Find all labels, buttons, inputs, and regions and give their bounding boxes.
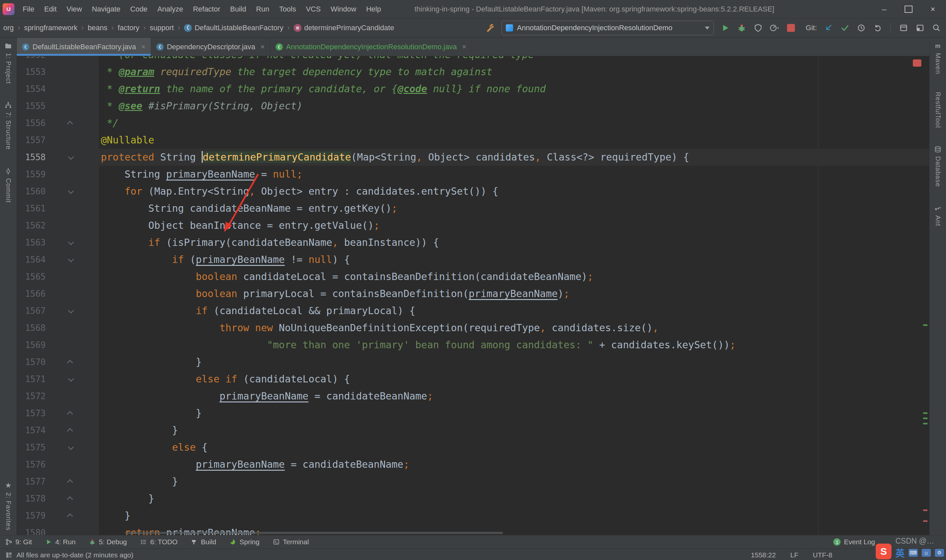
line-number[interactable]: 1561 [17, 200, 46, 217]
code-text[interactable]: primaryBeanName = candidateBeanName; [99, 456, 929, 473]
gutter[interactable]: 1579 [17, 507, 99, 524]
tool-window-button-restfultool[interactable]: RestfulTool [934, 92, 942, 128]
editor-tab[interactable]: CDependencyDescriptor.java× [151, 38, 270, 56]
tool-window-button-maven[interactable]: mMaven [934, 42, 942, 74]
breadcrumb-item[interactable]: support [150, 24, 174, 32]
vcs-change-marker[interactable] [923, 324, 928, 326]
gutter[interactable]: 1577 [17, 473, 99, 490]
fold-marker-icon[interactable] [66, 302, 75, 319]
code-text[interactable]: boolean primaryLocal = containsBeanDefin… [99, 285, 929, 302]
code-line[interactable]: 1578 } [17, 490, 929, 507]
tool-button-spring[interactable]: Spring [229, 538, 259, 546]
code-text[interactable]: String candidateBeanName = entry.getKey(… [99, 200, 929, 217]
inspections-error-badge[interactable] [913, 59, 921, 67]
menu-item-file[interactable]: File [18, 0, 39, 18]
breadcrumb-item[interactable]: springframework [24, 24, 77, 32]
gutter[interactable]: 1574 [17, 422, 99, 439]
code-line[interactable]: 1563 if (isPrimary(candidateBeanName, be… [17, 234, 929, 251]
code-line[interactable]: 1556 */ [17, 115, 929, 132]
tool-window-button-commit[interactable]: Commit [5, 168, 12, 203]
coverage-button[interactable] [753, 23, 763, 33]
code-line[interactable]: 1554 * @return the name of the primary c… [17, 80, 929, 97]
breadcrumb-item[interactable]: mdeterminePrimaryCandidate [294, 24, 394, 32]
gutter[interactable]: 1566 [17, 285, 99, 302]
run-button[interactable] [720, 23, 730, 33]
gutter[interactable]: 1570 [17, 354, 99, 371]
line-number[interactable]: 1576 [17, 456, 46, 473]
gutter[interactable]: 1563 [17, 234, 99, 251]
search-everywhere-icon[interactable] [932, 23, 941, 33]
code-text[interactable]: } [99, 422, 929, 439]
code-line[interactable]: 1572 primaryBeanName = candidateBeanName… [17, 388, 929, 405]
editor-tab[interactable]: CAnnotationDependencyInjectionResolution… [270, 38, 472, 56]
code-line[interactable]: 1575 else { [17, 439, 929, 456]
gutter[interactable]: 1580 [17, 524, 99, 535]
fold-marker-icon[interactable] [66, 439, 75, 456]
code-text[interactable]: "more than one 'primary' bean found amon… [99, 337, 929, 354]
code-line[interactable]: 1568 throw new NoUniqueBeanDefinitionExc… [17, 319, 929, 337]
code-line[interactable]: 1577 } [17, 473, 929, 490]
fold-marker-icon[interactable] [66, 354, 75, 371]
code-text[interactable]: if (candidateLocal && primaryLocal) { [99, 302, 929, 319]
gutter[interactable]: 1567 [17, 302, 99, 319]
code-line[interactable]: 1576 primaryBeanName = candidateBeanName… [17, 456, 929, 473]
minimize-icon[interactable]: – [880, 5, 889, 14]
line-number[interactable]: 1577 [17, 473, 46, 490]
horizontal-scrollbar[interactable] [125, 532, 503, 534]
ime-mode-indicator[interactable]: 英 [895, 546, 904, 559]
line-number[interactable]: 1555 [17, 97, 46, 115]
line-number[interactable]: 1556 [17, 115, 46, 132]
close-tab-icon[interactable]: × [462, 43, 467, 51]
code-text[interactable]: } [99, 405, 929, 422]
line-number[interactable]: 1554 [17, 80, 46, 97]
line-number[interactable]: 1567 [17, 302, 46, 319]
fold-marker-icon[interactable] [66, 251, 75, 268]
line-number[interactable]: 1562 [17, 217, 46, 234]
caret-position[interactable]: 1558:22 [751, 551, 776, 559]
line-number[interactable]: 1566 [17, 285, 46, 302]
code-line[interactable]: 1566 boolean primaryLocal = containsBean… [17, 285, 929, 302]
ime-emoji-icon[interactable]: ☺ [922, 549, 931, 557]
profiler-button[interactable] [770, 23, 780, 33]
close-icon[interactable]: × [928, 5, 937, 14]
line-number[interactable]: 1571 [17, 371, 46, 388]
vcs-change-marker[interactable] [923, 417, 928, 419]
line-separator-indicator[interactable]: LF [790, 551, 798, 559]
line-number[interactable]: 1558 [17, 149, 46, 166]
vcs-change-marker[interactable] [923, 423, 928, 425]
line-number[interactable]: 1572 [17, 388, 46, 405]
code-text[interactable]: primaryBeanName = candidateBeanName; [99, 388, 929, 405]
line-number[interactable]: 1570 [17, 354, 46, 371]
menu-item-build[interactable]: Build [225, 0, 251, 18]
editor-tab[interactable]: CDefaultListableBeanFactory.java× [17, 38, 151, 56]
line-number[interactable]: 1568 [17, 319, 46, 337]
line-number[interactable]: 1552 [17, 56, 46, 63]
tool-button-run[interactable]: 4: Run [45, 538, 75, 546]
code-text[interactable]: else { [99, 439, 929, 456]
debug-button[interactable] [737, 23, 747, 33]
vcs-change-marker[interactable] [923, 412, 928, 414]
gutter[interactable]: 1578 [17, 490, 99, 507]
gutter[interactable]: 1558 [17, 149, 99, 166]
menu-item-navigate[interactable]: Navigate [87, 0, 125, 18]
gutter[interactable]: 1555 [17, 97, 99, 115]
line-number[interactable]: 1578 [17, 490, 46, 507]
code-text[interactable]: } [99, 507, 929, 524]
line-number[interactable]: 1564 [17, 251, 46, 268]
code-line[interactable]: 1562 Object beanInstance = entry.getValu… [17, 217, 929, 234]
code-text[interactable]: * @return the name of the primary candid… [99, 80, 929, 97]
fold-marker-icon[interactable] [66, 115, 75, 132]
line-number[interactable]: 1580 [17, 524, 46, 535]
line-number[interactable]: 1574 [17, 422, 46, 439]
code-line[interactable]: 1570 } [17, 354, 929, 371]
gutter[interactable]: 1554 [17, 80, 99, 97]
code-text[interactable]: */ [99, 115, 929, 132]
gutter[interactable]: 1556 [17, 115, 99, 132]
code-text[interactable]: * @see #isPrimary(String, Object) [99, 97, 929, 115]
gutter[interactable]: 1560 [17, 183, 99, 200]
stop-button[interactable] [786, 23, 796, 33]
run-configuration-select[interactable]: AnnotationDependencyInjectionResolutionD… [502, 21, 714, 35]
menu-item-view[interactable]: View [62, 0, 87, 18]
gutter[interactable]: 1571 [17, 371, 99, 388]
wrench-icon[interactable] [485, 23, 495, 33]
